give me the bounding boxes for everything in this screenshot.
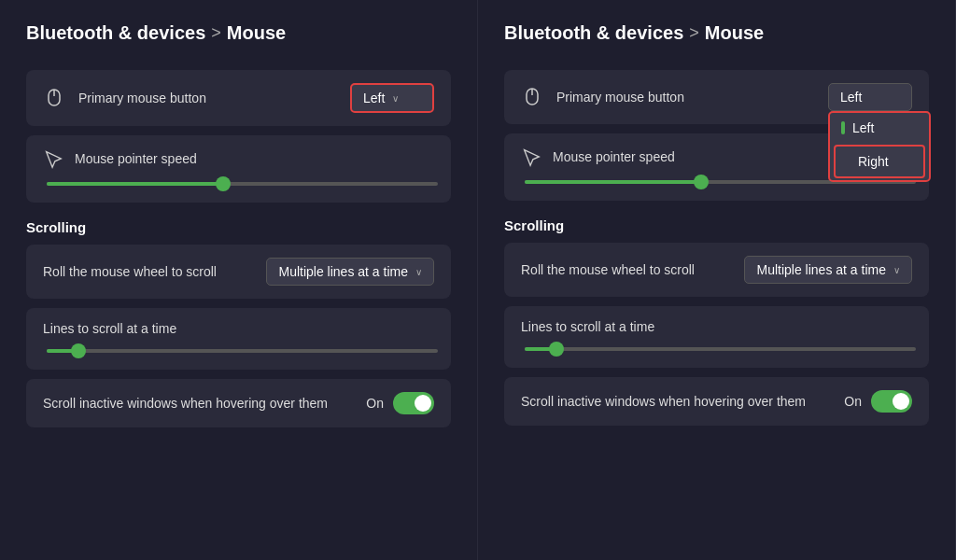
- chevron-down-icon-2: ∨: [415, 267, 422, 277]
- lines-scroll-section: Lines to scroll at a time: [26, 308, 451, 370]
- lines-scroll-track[interactable]: [47, 349, 438, 353]
- roll-wheel-dropdown-r[interactable]: Multiple lines at a time ∨: [744, 256, 912, 284]
- breadcrumb-left: Bluetooth & devices > Mouse: [26, 22, 451, 44]
- scroll-inactive-label-r: Scroll inactive windows when hovering ov…: [521, 394, 844, 409]
- scrolling-title: Scrolling: [26, 219, 451, 235]
- scrolling-title-r: Scrolling: [504, 217, 929, 233]
- breadcrumb-sep: >: [211, 23, 221, 43]
- breadcrumb-prefix: Bluetooth & devices: [26, 22, 205, 44]
- chevron-down-icon-r: ∨: [893, 265, 900, 275]
- roll-wheel-row-r: Roll the mouse wheel to scroll Multiple …: [504, 243, 929, 297]
- breadcrumb-page-r: Mouse: [705, 22, 764, 44]
- menu-item-left-label: Left: [852, 120, 874, 135]
- pointer-speed-fill: [47, 182, 223, 186]
- lines-scroll-label: Lines to scroll at a time: [43, 321, 434, 336]
- pointer-speed-track[interactable]: [47, 182, 438, 186]
- roll-wheel-value: Multiple lines at a time: [278, 264, 408, 279]
- primary-mouse-dropdown-r[interactable]: Left: [828, 83, 912, 111]
- active-indicator: [841, 121, 845, 134]
- scroll-inactive-value-r: On: [844, 394, 862, 409]
- roll-wheel-label-r: Roll the mouse wheel to scroll: [521, 262, 731, 277]
- roll-wheel-dropdown[interactable]: Multiple lines at a time ∨: [266, 258, 434, 286]
- mouse-pointer-speed-section: Mouse pointer speed: [26, 135, 451, 203]
- cursor-icon: [43, 148, 63, 169]
- slider-header: Mouse pointer speed: [43, 148, 434, 169]
- mouse-pointer-speed-label-r: Mouse pointer speed: [553, 149, 675, 164]
- lines-scroll-track-r[interactable]: [525, 347, 916, 351]
- menu-item-left[interactable]: Left: [830, 113, 929, 143]
- primary-mouse-label: Primary mouse button: [78, 91, 337, 105]
- menu-item-right[interactable]: Right: [834, 145, 925, 178]
- breadcrumb-prefix-r: Bluetooth & devices: [504, 22, 683, 44]
- lines-scroll-label-r: Lines to scroll at a time: [521, 319, 912, 334]
- menu-item-right-label: Right: [858, 154, 889, 169]
- scroll-inactive-value: On: [366, 396, 384, 411]
- pointer-speed-thumb[interactable]: [216, 176, 231, 191]
- chevron-down-icon: ∨: [392, 93, 399, 104]
- inactive-spacer: [847, 155, 851, 168]
- mouse-pointer-speed-label: Mouse pointer speed: [75, 151, 197, 166]
- primary-mouse-menu: Left Right: [828, 111, 931, 182]
- scroll-inactive-row-r: Scroll inactive windows when hovering ov…: [504, 377, 929, 426]
- scroll-inactive-toggle[interactable]: [393, 392, 434, 414]
- scroll-inactive-row: Scroll inactive windows when hovering ov…: [26, 379, 451, 427]
- scroll-inactive-toggle-r[interactable]: [871, 390, 912, 413]
- mouse-icon-r: [521, 86, 543, 108]
- primary-mouse-label-r: Primary mouse button: [556, 90, 815, 105]
- left-panel: Bluetooth & devices > Mouse Primary mous…: [0, 0, 478, 560]
- lines-scroll-header-r: Lines to scroll at a time: [521, 319, 912, 334]
- primary-mouse-dropdown-container: Left Left Right: [828, 83, 912, 111]
- roll-wheel-value-r: Multiple lines at a time: [756, 262, 886, 277]
- lines-scroll-thumb[interactable]: [71, 343, 86, 358]
- primary-mouse-dropdown[interactable]: Left ∨: [350, 83, 434, 113]
- roll-wheel-row: Roll the mouse wheel to scroll Multiple …: [26, 245, 451, 299]
- breadcrumb-sep-r: >: [689, 23, 699, 43]
- pointer-speed-fill-r: [525, 180, 701, 184]
- primary-mouse-row-r: Primary mouse button Left Left Right: [504, 70, 929, 124]
- breadcrumb-page: Mouse: [227, 22, 286, 44]
- right-panel: Bluetooth & devices > Mouse Primary mous…: [478, 0, 956, 560]
- scroll-inactive-label: Scroll inactive windows when hovering ov…: [43, 396, 366, 411]
- primary-mouse-value: Left: [363, 91, 385, 105]
- mouse-icon: [43, 87, 65, 109]
- primary-mouse-row: Primary mouse button Left ∨: [26, 70, 451, 126]
- lines-scroll-section-r: Lines to scroll at a time: [504, 306, 929, 368]
- lines-scroll-thumb-r[interactable]: [549, 342, 564, 357]
- lines-scroll-header: Lines to scroll at a time: [43, 321, 434, 336]
- breadcrumb-right: Bluetooth & devices > Mouse: [504, 22, 929, 44]
- primary-mouse-value-r: Left: [840, 90, 862, 105]
- cursor-icon-r: [521, 147, 541, 167]
- pointer-speed-thumb-r[interactable]: [694, 175, 709, 189]
- roll-wheel-label: Roll the mouse wheel to scroll: [43, 264, 253, 279]
